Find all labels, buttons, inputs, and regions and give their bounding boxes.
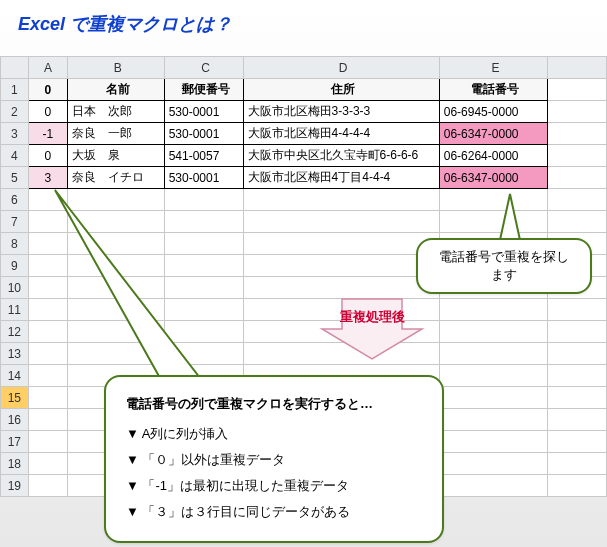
callout-item: ▼ 「３」は３行目に同じデータがある — [126, 499, 422, 525]
cell[interactable]: -1 — [28, 123, 67, 145]
callout-heading: 電話番号の列で重複マクロを実行すると… — [126, 391, 422, 417]
cell[interactable]: 大坂 泉 — [68, 145, 165, 167]
row-header[interactable]: 17 — [1, 431, 29, 453]
row-header[interactable]: 4 — [1, 145, 29, 167]
cell[interactable]: 0 — [28, 101, 67, 123]
cell[interactable]: 郵便番号 — [164, 79, 243, 101]
row-header[interactable]: 7 — [1, 211, 29, 233]
callout-explanation: 電話番号の列で重複マクロを実行すると… ▼ A列に列が挿入 ▼ 「０」以外は重複… — [104, 375, 444, 543]
cell[interactable]: 電話番号 — [439, 79, 547, 101]
cell[interactable] — [548, 145, 607, 167]
row-header[interactable]: 14 — [1, 365, 29, 387]
cell[interactable]: 541-0057 — [164, 145, 243, 167]
cell[interactable]: 大阪市北区梅田3-3-3-3 — [243, 101, 439, 123]
col-header-D[interactable]: D — [243, 57, 439, 79]
row-header[interactable]: 10 — [1, 277, 29, 299]
callout-phone-duplicate: 電話番号で重複を探します — [416, 238, 592, 294]
col-header-F[interactable] — [548, 57, 607, 79]
row-header[interactable]: 8 — [1, 233, 29, 255]
col-header-A[interactable]: A — [28, 57, 67, 79]
process-arrow: 重複処理後 — [312, 294, 432, 364]
cell[interactable]: 大阪市中央区北久宝寺町6-6-6-6 — [243, 145, 439, 167]
cell[interactable] — [548, 79, 607, 101]
row-header[interactable]: 11 — [1, 299, 29, 321]
table-row: 2 0 日本 次郎 530-0001 大阪市北区梅田3-3-3-3 06-694… — [1, 101, 607, 123]
cell[interactable] — [548, 123, 607, 145]
row-header[interactable]: 9 — [1, 255, 29, 277]
row-header[interactable]: 16 — [1, 409, 29, 431]
arrow-label: 重複処理後 — [312, 308, 432, 326]
cell[interactable]: 0 — [28, 79, 67, 101]
table-row: 5 3 奈良 イチロ 530-0001 大阪市北区梅田4丁目4-4-4 06-6… — [1, 167, 607, 189]
cell[interactable]: 奈良 イチロ — [68, 167, 165, 189]
cell[interactable]: 3 — [28, 167, 67, 189]
cell[interactable]: 住所 — [243, 79, 439, 101]
cell[interactable]: 530-0001 — [164, 123, 243, 145]
table-row: 4 0 大坂 泉 541-0057 大阪市中央区北久宝寺町6-6-6-6 06-… — [1, 145, 607, 167]
row-header[interactable]: 2 — [1, 101, 29, 123]
cell[interactable] — [548, 167, 607, 189]
table-row: 3 -1 奈良 一郎 530-0001 大阪市北区梅田4-4-4-4 06-63… — [1, 123, 607, 145]
arrow-down-icon — [312, 294, 432, 364]
cell[interactable]: 530-0001 — [164, 167, 243, 189]
row-header[interactable]: 1 — [1, 79, 29, 101]
callout-item: ▼ 「-1」は最初に出現した重複データ — [126, 473, 422, 499]
cell[interactable]: 06-6945-0000 — [439, 101, 547, 123]
cell[interactable]: 06-6347-0000 — [439, 167, 547, 189]
page-title: Excel で重複マクロとは？ — [0, 0, 607, 36]
callout-item: ▼ 「０」以外は重複データ — [126, 447, 422, 473]
row-header[interactable]: 13 — [1, 343, 29, 365]
select-all-corner[interactable] — [1, 57, 29, 79]
cell[interactable]: 530-0001 — [164, 101, 243, 123]
cell[interactable]: 06-6264-0000 — [439, 145, 547, 167]
cell[interactable] — [548, 101, 607, 123]
col-header-E[interactable]: E — [439, 57, 547, 79]
row-header[interactable]: 19 — [1, 475, 29, 497]
row-header[interactable]: 6 — [1, 189, 29, 211]
cell[interactable]: 大阪市北区梅田4-4-4-4 — [243, 123, 439, 145]
col-header-C[interactable]: C — [164, 57, 243, 79]
cell[interactable]: 0 — [28, 145, 67, 167]
row-header[interactable]: 5 — [1, 167, 29, 189]
row-header[interactable]: 15 — [1, 387, 29, 409]
callout-text: 電話番号で重複を探します — [439, 249, 569, 282]
row-header[interactable]: 3 — [1, 123, 29, 145]
cell[interactable]: 日本 次郎 — [68, 101, 165, 123]
cell[interactable]: 06-6347-0000 — [439, 123, 547, 145]
cell[interactable]: 大阪市北区梅田4丁目4-4-4 — [243, 167, 439, 189]
cell[interactable]: 奈良 一郎 — [68, 123, 165, 145]
table-row: 1 0 名前 郵便番号 住所 電話番号 — [1, 79, 607, 101]
row-header[interactable]: 18 — [1, 453, 29, 475]
callout-item: ▼ A列に列が挿入 — [126, 421, 422, 447]
col-header-B[interactable]: B — [68, 57, 165, 79]
cell[interactable]: 名前 — [68, 79, 165, 101]
row-header[interactable]: 12 — [1, 321, 29, 343]
